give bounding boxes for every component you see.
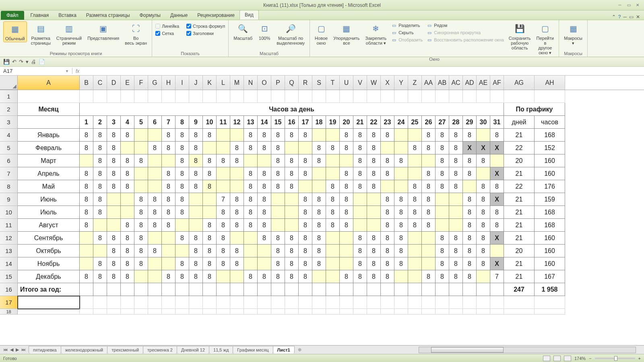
cell[interactable]: 8 <box>312 245 326 257</box>
cell[interactable]: 31 <box>490 116 504 129</box>
cell[interactable]: 24 <box>394 116 408 129</box>
cell[interactable]: 8 <box>175 142 189 154</box>
cell[interactable]: 8 <box>121 245 134 257</box>
first-sheet-icon[interactable]: ⏮ <box>2 347 8 352</box>
cell[interactable] <box>312 296 326 309</box>
cell[interactable]: 8 <box>107 232 121 245</box>
cell[interactable] <box>162 257 175 270</box>
cell[interactable]: 8 <box>134 154 148 167</box>
cell[interactable] <box>230 180 244 193</box>
cell[interactable]: 8 <box>436 270 449 283</box>
cell[interactable] <box>326 129 340 142</box>
cell[interactable]: 8 <box>477 154 490 167</box>
cell[interactable] <box>381 309 394 315</box>
cell[interactable] <box>258 296 271 309</box>
cell[interactable] <box>299 90 312 103</box>
cell[interactable]: 8 <box>326 142 340 154</box>
cell[interactable]: X <box>490 142 504 154</box>
cell[interactable]: 21 <box>504 232 535 245</box>
cell[interactable] <box>340 283 353 296</box>
cell[interactable] <box>244 283 258 296</box>
cell[interactable]: 8 <box>353 232 367 245</box>
zoom-out-icon[interactable]: − <box>589 356 591 361</box>
cell[interactable]: 8 <box>381 154 394 167</box>
cell[interactable]: 8 <box>449 142 463 154</box>
cell[interactable]: 30 <box>477 116 490 129</box>
cell[interactable] <box>134 90 148 103</box>
cell[interactable] <box>93 283 107 296</box>
checkbox[interactable]: Заголовки <box>186 31 225 36</box>
cell[interactable] <box>422 296 436 309</box>
cell[interactable]: 8 <box>271 180 285 193</box>
horizontal-scrollbar[interactable] <box>419 347 636 353</box>
cell[interactable] <box>93 90 107 103</box>
cell[interactable] <box>490 296 504 309</box>
cell[interactable] <box>121 142 134 154</box>
cell[interactable]: 8 <box>271 142 285 154</box>
cell[interactable]: 8 <box>422 206 436 219</box>
cell[interactable]: 8 <box>449 180 463 193</box>
cell[interactable]: 20 <box>504 154 535 167</box>
cell[interactable]: 27 <box>436 116 449 129</box>
cell[interactable]: 8 <box>93 180 107 193</box>
cell[interactable]: 8 <box>449 232 463 245</box>
cell[interactable] <box>107 283 121 296</box>
cell[interactable]: 8 <box>271 245 285 257</box>
cell[interactable] <box>217 296 230 309</box>
cell[interactable]: 8 <box>422 142 436 154</box>
cell[interactable]: 21 <box>504 129 535 142</box>
cell[interactable]: 8 <box>258 206 271 219</box>
cell[interactable] <box>189 193 203 206</box>
cell[interactable] <box>299 296 312 309</box>
cell[interactable] <box>299 180 312 193</box>
window-button[interactable]: ▢Перейтивдругоеокно ▾ <box>535 21 556 56</box>
cell[interactable]: 8 <box>107 180 121 193</box>
ribbon-tab[interactable]: Разметка страницы <box>81 11 135 20</box>
cell[interactable] <box>217 90 230 103</box>
cell[interactable]: 8 <box>353 154 367 167</box>
cell[interactable] <box>449 206 463 219</box>
cell[interactable] <box>217 167 230 180</box>
cell[interactable] <box>134 180 148 193</box>
zoom-button[interactable]: 🔎Масштаб повыделенному <box>275 21 306 46</box>
row-header[interactable]: 10 <box>0 206 18 219</box>
cell[interactable] <box>436 309 449 315</box>
column-header[interactable]: AD <box>463 76 477 90</box>
cell[interactable]: 8 <box>148 142 162 154</box>
cell[interactable]: 8 <box>230 142 244 154</box>
cell[interactable]: 8 <box>175 232 189 245</box>
cell[interactable]: Ноябрь <box>18 257 80 270</box>
cell[interactable]: 8 <box>381 257 394 270</box>
cell[interactable]: 19 <box>326 116 340 129</box>
cell[interactable]: 8 <box>367 154 381 167</box>
cell[interactable]: 8 <box>121 129 134 142</box>
cell[interactable]: 21 <box>504 270 535 283</box>
cell[interactable]: 8 <box>271 232 285 245</box>
cell[interactable] <box>189 309 203 315</box>
cell[interactable] <box>381 180 394 193</box>
cell[interactable]: 8 <box>299 206 312 219</box>
cell[interactable] <box>285 206 299 219</box>
cell[interactable] <box>148 154 162 167</box>
cell[interactable] <box>422 154 436 167</box>
column-header[interactable]: G <box>148 76 162 90</box>
cell[interactable]: 8 <box>203 219 217 232</box>
cell[interactable] <box>258 309 271 315</box>
cell[interactable]: 8 <box>230 154 244 167</box>
cell[interactable] <box>449 219 463 232</box>
cell[interactable]: 8 <box>162 129 175 142</box>
cell[interactable]: 8 <box>436 180 449 193</box>
ribbon-tab[interactable]: Рецензирование <box>192 11 239 20</box>
cell[interactable]: 8 <box>107 167 121 180</box>
cell[interactable] <box>285 219 299 232</box>
cell[interactable] <box>381 90 394 103</box>
cell[interactable]: 8 <box>312 193 326 206</box>
cell[interactable] <box>353 309 367 315</box>
cell[interactable] <box>299 142 312 154</box>
cell[interactable] <box>299 309 312 315</box>
cell[interactable]: 8 <box>340 129 353 142</box>
cell[interactable]: 8 <box>134 257 148 270</box>
cell[interactable]: 8 <box>394 257 408 270</box>
cell[interactable] <box>312 90 326 103</box>
cell[interactable]: 176 <box>535 180 565 193</box>
